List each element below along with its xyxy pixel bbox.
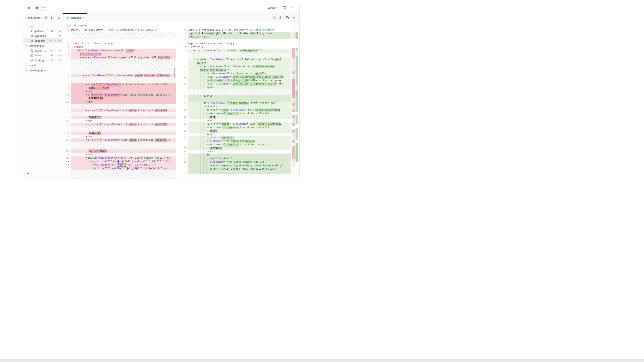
diff-minimap[interactable] (292, 28, 298, 179)
view-diff-button[interactable] (278, 16, 283, 20)
code-line[interactable]: 21<a href="#" className="text-white hove… (64, 138, 176, 142)
code-line[interactable]: hover:text-foreground transition-colors"… (181, 143, 291, 147)
code-line[interactable]: 20</a> (64, 135, 176, 138)
new-folder-button[interactable] (50, 16, 55, 20)
tree-folder-components[interactable]: components (23, 43, 63, 48)
code-line[interactable]: 19About (181, 129, 291, 133)
code-line[interactable]: 26<rect width="8" height="8" fill="white… (64, 163, 176, 167)
code-line[interactable]: 11</a> (64, 90, 176, 93)
code-line[interactable]: 8<nav className="flex items-center gap-8… (64, 74, 176, 77)
diff-pane-original[interactable]: 1import { WorksGallery } from "@/compone… (64, 28, 176, 179)
search-button[interactable] (57, 16, 61, 20)
minimap-block (296, 42, 298, 45)
tree-file-custom-curs[interactable]: custom-curs…+33 / -12 (23, 48, 63, 53)
code-line[interactable]: hover:text-foreground transition-colors"… (181, 126, 291, 129)
code-line[interactable]: 9<div className="flex items-center gap-2… (181, 72, 291, 75)
code-line[interactable]: 24<button className="w-8 h-8 flex items-… (64, 156, 176, 160)
code-line[interactable]: 22GET IN TOUCH (64, 149, 176, 153)
code-line[interactable]: 4export default function Page() { (181, 42, 291, 46)
code-line[interactable]: 7<header className="fixed top-0 left-0 r… (64, 56, 176, 59)
code-line[interactable]: 25href="#contact" (181, 157, 291, 160)
code-line[interactable]: 15<a href="#" className="text-white hove… (64, 109, 176, 112)
code-line[interactable]: 14</a> (64, 100, 176, 104)
code-line[interactable]: 18<a href="#" className="text-white hove… (64, 123, 176, 126)
code-line[interactable]: 22Services (181, 147, 291, 150)
code-line[interactable]: 5return ( (181, 46, 291, 49)
tab-page-tsx[interactable]: page.tsx × (64, 13, 87, 22)
code-line[interactable]: 23</a> (64, 153, 176, 156)
tab-close-button[interactable]: × (82, 16, 84, 19)
tree-folder-app[interactable]: app (23, 24, 63, 28)
more-options-button[interactable]: ⋯ (290, 5, 296, 10)
copy-button[interactable] (285, 16, 290, 20)
code-line[interactable]: 20</a> (181, 133, 291, 136)
code-line[interactable]: 27<rect x="12" width="8" height="8" fill… (64, 167, 176, 170)
tree-folder-public[interactable]: public (23, 63, 63, 68)
code-line[interactable]: 3 (181, 39, 291, 42)
code-line[interactable]: 80 px-4 py-2 rounded-full transition-col… (181, 167, 291, 171)
code-line[interactable]: 15<a href="#work" className="text-muted-… (181, 108, 291, 112)
code-line[interactable]: 23</a> (181, 150, 291, 153)
code-line[interactable]: 25<svg width="20" height="20" viewBox="0… (64, 160, 176, 163)
code-line[interactable]: 5<div className="min-h-screen bg-black"> (64, 49, 176, 52)
code-line[interactable]: 10STUDIO PIXEL® (64, 86, 176, 90)
code-line[interactable]: 3export default function Page() { (64, 42, 176, 46)
code-line[interactable]: 26className="flex items-center gap-1.5 (181, 160, 291, 164)
code-line[interactable]: 12</div> (181, 95, 291, 98)
code-line[interactable]: 27> (181, 171, 291, 174)
code-line[interactable]: className="text-muted-foreground (181, 140, 291, 143)
code-line[interactable]: span> (181, 86, 291, 89)
code-line[interactable]: 17</a> (181, 119, 291, 122)
code-line[interactable]: 7<header className="fixed top-0 left-0 r… (181, 58, 291, 61)
code-line[interactable]: text-sm"> (181, 105, 291, 108)
code-line[interactable]: py-6"> (181, 61, 291, 65)
code-line[interactable]: "lucide-react" (181, 35, 291, 39)
vertical-scrollbar[interactable] (174, 68, 175, 78)
version-dropdown[interactable]: Latest (268, 6, 278, 9)
tree-file-globals.css[interactable]: #globals.css+51 / -50 (23, 28, 63, 33)
tree-file-layout.tsx[interactable]: layout.tsx+51 (23, 33, 63, 38)
code-line[interactable]: 12<a href="#" className="text-white hove… (64, 93, 176, 97)
code-view-button[interactable]: </> (40, 5, 46, 10)
code-line[interactable]: hover:text-foreground transition-colors"… (181, 112, 291, 115)
code-line[interactable]: 8<nav className="flex items-center justi… (181, 65, 291, 68)
code-line[interactable]: 17</a> (64, 119, 176, 123)
code-line[interactable]: 9<a href="#" className="text-white hover… (64, 83, 176, 86)
tree-file-works-galler[interactable]: works-galler…+24 / -13 (23, 58, 63, 63)
code-line[interactable]: 16Work (181, 115, 291, 119)
breadcrumb-file[interactable]: page.tsx (78, 24, 87, 27)
preview-view-button[interactable] (34, 5, 40, 10)
code-line[interactable]: 13 (181, 98, 291, 102)
code-line[interactable]: 18<a href="#about" className="text-muted… (181, 122, 291, 126)
code-line[interactable]: font-semibold tracking-tight">Studio Pix… (181, 79, 291, 82)
code-line[interactable]: 11<span className="text-muted-foreground… (181, 82, 291, 86)
code-line[interactable]: 21<a href="#services" (181, 136, 291, 140)
code-line[interactable]: 2 (64, 39, 176, 42)
code-line[interactable]: 14<div className="hidden md:flex items-c… (181, 102, 291, 105)
search-match-box (127, 167, 136, 170)
code-line[interactable]: 24<a (181, 153, 291, 157)
code-line[interactable]: 10<span className="text-foreground font-… (181, 75, 291, 79)
tree-file-package.json[interactable]: {}package.json (23, 68, 63, 72)
code-line[interactable]: 1import { WorksGallery } from "@/compone… (181, 28, 291, 32)
code-line[interactable]: max-w-7xl mx-auto"> (181, 68, 291, 72)
code-line[interactable]: 16PROJECTS (64, 116, 176, 119)
split-view-button[interactable] (272, 16, 276, 20)
diff-pane-modified[interactable]: 1import { WorksGallery } from "@/compone… (181, 28, 291, 179)
tree-file-page.tsx[interactable]: page.tsx+81 / -28 (23, 38, 63, 43)
tree-file-video-card.tsx[interactable]: video-card.tsx+76 / -27 (23, 53, 63, 58)
download-button[interactable] (292, 16, 296, 20)
collapse-panel-button[interactable]: « (26, 5, 32, 10)
code-line[interactable]: 4return ( (64, 46, 176, 49)
code-line[interactable]: 2import { ArrowUpRight, Github, Linkedin… (181, 32, 291, 35)
collapse-explorer-button[interactable] (25, 171, 30, 176)
code-line[interactable]: 13PORTFOLIO (64, 97, 176, 100)
code-line[interactable]: 6<div className="min-h-screen bg-backgro… (181, 49, 291, 52)
code-line[interactable]: text-foreground bg-secondary hover:bg-se… (181, 164, 291, 167)
new-file-button[interactable] (44, 16, 48, 20)
code-line[interactable]: 19SERVICES (64, 131, 176, 135)
panel-bottom-button[interactable] (282, 5, 287, 10)
code-line[interactable]: 6{/* Header */} (64, 52, 176, 56)
breadcrumb-folder[interactable]: app (66, 24, 70, 27)
code-line[interactable]: 1import { WorksGallery } from "@/compone… (64, 28, 176, 32)
